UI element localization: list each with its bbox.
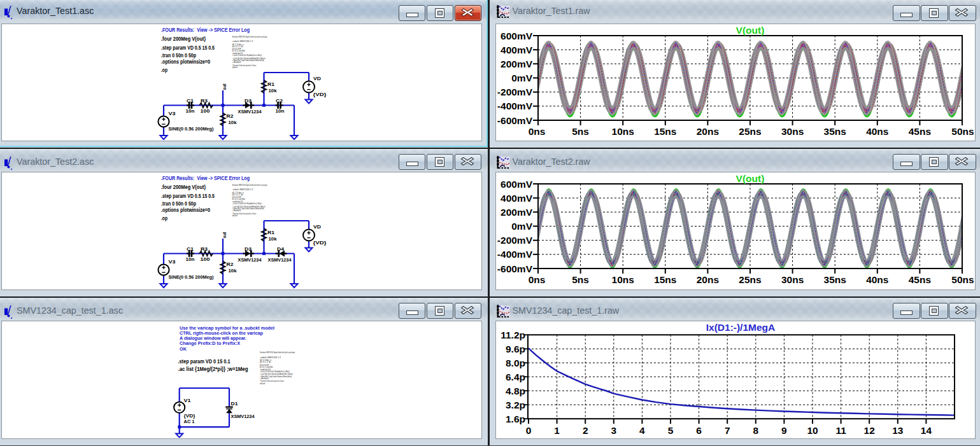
svg-text:C1: C1: [187, 246, 194, 252]
svg-text:40ns: 40ns: [866, 274, 888, 285]
svg-text:0: 0: [526, 425, 532, 436]
svg-text:D1: D1: [231, 400, 239, 406]
svg-text:.ac list {1Meg/(2*pi)} ;w=1Meg: .ac list {1Meg/(2*pi)} ;w=1Meg: [178, 366, 248, 372]
svg-text:SINE(0 0.56 200Meg): SINE(0 0.56 200Meg): [169, 274, 214, 280]
svg-text:0ns: 0ns: [529, 274, 546, 285]
svg-text:.step param VD 0.5 15 0.5: .step param VD 0.5 15 0.5: [161, 193, 215, 199]
svg-text:V1: V1: [184, 397, 192, 403]
svg-text:10n: 10n: [186, 256, 195, 262]
svg-text:.step param VD 0.5 15 0.5: .step param VD 0.5 15 0.5: [161, 45, 215, 51]
svg-text:200mV: 200mV: [501, 59, 533, 69]
svg-text:.tran 0 50n 0 50p: .tran 0 50n 0 50p: [161, 52, 196, 59]
svg-text:R2: R2: [227, 113, 234, 119]
svg-text:1: 1: [554, 425, 560, 436]
svg-text:4: 4: [639, 425, 645, 436]
svg-text:20ns: 20ns: [697, 126, 719, 137]
svg-text:XSMV1234: XSMV1234: [238, 257, 262, 263]
svg-text:XSMV1234: XSMV1234: [268, 257, 292, 263]
svg-text:600mV: 600mV: [501, 179, 533, 190]
svg-text:10n: 10n: [276, 108, 285, 114]
svg-text:400mV: 400mV: [501, 193, 533, 204]
svg-text:ub5ud: ub5ud: [232, 66, 238, 69]
svg-text:.FOUR Results: View -> SPICE: .FOUR Results: View -> SPICE Error Log: [161, 27, 250, 33]
svg-text:-600mV: -600mV: [497, 263, 533, 274]
svg-text:+ Ebtnibw15: + Ebtnibw15: [232, 61, 241, 64]
svg-text:out: out: [222, 232, 227, 238]
svg-text:AC 1: AC 1: [184, 418, 195, 424]
svg-text:11: 11: [835, 425, 846, 436]
svg-text:30ns: 30ns: [781, 126, 804, 137]
svg-text:10: 10: [807, 425, 818, 436]
svg-text:out: out: [222, 83, 227, 90]
svg-text:10ns: 10ns: [612, 126, 634, 137]
svg-text:3.2p: 3.2p: [506, 399, 525, 410]
svg-text:5ns: 5ns: [572, 274, 589, 285]
svg-text:100: 100: [201, 108, 210, 114]
svg-text:8.0p: 8.0p: [506, 357, 525, 368]
svg-text:.subckt SMV1234 1 2: .subckt SMV1234 1 2: [232, 40, 253, 43]
svg-text:V(out): V(out): [736, 25, 765, 36]
svg-text:600mV: 600mV: [501, 31, 533, 41]
svg-text:35ns: 35ns: [824, 126, 846, 137]
svg-text:0ns: 0ns: [529, 126, 546, 137]
svg-text:V3: V3: [169, 111, 176, 116]
svg-text:R3: R3: [201, 98, 208, 104]
svg-text:+ Is=3e-15 Rs=0.5eG IN(adbdly: + Is=3e-15 Rs=0.5eG IN(adbdly Nrs=1 dBs(…: [260, 370, 290, 372]
svg-text:9.6p: 9.6p: [506, 343, 525, 354]
svg-text:14: 14: [921, 425, 932, 436]
svg-text:D4: D4: [277, 246, 285, 252]
svg-text:R2: R2: [227, 261, 234, 267]
svg-text:10ns: 10ns: [612, 274, 634, 285]
svg-text:11.2p: 11.2p: [501, 329, 525, 340]
svg-text:.options plotwinsize=0: .options plotwinsize=0: [161, 59, 210, 65]
svg-text:-600mV: -600mV: [497, 115, 533, 126]
svg-text:50ns: 50ns: [951, 126, 974, 137]
svg-text:50ns: 50ns: [951, 274, 974, 285]
svg-text:D3: D3: [245, 246, 252, 252]
svg-text:R3: R3: [201, 246, 208, 252]
svg-text:Simulate SMV1234 Signal label: Simulate SMV1234 Signal label with plot'…: [232, 36, 267, 38]
svg-text:10k: 10k: [269, 88, 278, 94]
svg-text:200mV: 200mV: [501, 207, 533, 218]
svg-text:.options plotwinsize=0: .options plotwinsize=0: [161, 207, 210, 213]
svg-text:SINE(0 0.56 200Meg): SINE(0 0.56 200Meg): [169, 126, 214, 132]
svg-text:.subckt SMV1234 1 2: .subckt SMV1234 1 2: [260, 356, 281, 358]
svg-text:3: 3: [611, 425, 616, 436]
svg-text:15ns: 15ns: [654, 126, 676, 137]
svg-text:.four 200Meg V(out): .four 200Meg V(out): [161, 36, 206, 42]
svg-text:D3: D3: [245, 98, 252, 104]
svg-text:15ns: 15ns: [654, 274, 676, 285]
svg-text:.op: .op: [161, 215, 167, 221]
svg-text:35ns: 35ns: [824, 274, 846, 285]
svg-text:400mV: 400mV: [501, 45, 533, 55]
svg-text:10n: 10n: [186, 108, 195, 114]
svg-text:V(out): V(out): [736, 173, 765, 184]
svg-text:45ns: 45ns: [909, 126, 931, 137]
svg-text:XSMV1234: XSMV1234: [238, 109, 262, 115]
svg-text:VD: VD: [313, 76, 322, 81]
svg-text:C2: C2: [276, 98, 283, 104]
svg-text:9: 9: [781, 425, 787, 436]
svg-text:25ns: 25ns: [739, 274, 761, 285]
svg-text:ub5ud: ub5ud: [232, 214, 238, 217]
svg-text:45ns: 45ns: [909, 274, 931, 285]
svg-text:0mV: 0mV: [511, 73, 532, 83]
svg-text:C1: C1: [187, 98, 194, 104]
svg-text:.step param VD 0 15 0.1: .step param VD 0 15 0.1: [178, 358, 231, 365]
svg-text:4.8p: 4.8p: [506, 385, 525, 396]
svg-text:Simulate SMV1234 Signal label: Simulate SMV1234 Signal label with plot'…: [232, 184, 267, 186]
svg-text:VD: VD: [313, 224, 322, 230]
svg-text:5ns: 5ns: [572, 126, 589, 137]
svg-text:8: 8: [753, 425, 758, 436]
svg-text:-400mV: -400mV: [497, 249, 533, 260]
svg-text:0mV: 0mV: [511, 221, 532, 232]
svg-text:10k: 10k: [229, 120, 238, 125]
svg-text:40ns: 40ns: [866, 126, 888, 137]
svg-text:7: 7: [725, 425, 730, 436]
svg-text:+ Ebtnibw15: + Ebtnibw15: [232, 209, 241, 212]
svg-text:.tran 0 50n 0 50p: .tran 0 50n 0 50p: [161, 200, 196, 207]
svg-text:ub5ud: ub5ud: [260, 382, 265, 384]
svg-text:5: 5: [668, 425, 674, 436]
svg-text:Ix(D1:-)/1MegA: Ix(D1:-)/1MegA: [706, 321, 776, 332]
svg-text:Change Prefix:D to Prefix:X: Change Prefix:D to Prefix:X: [180, 340, 240, 346]
